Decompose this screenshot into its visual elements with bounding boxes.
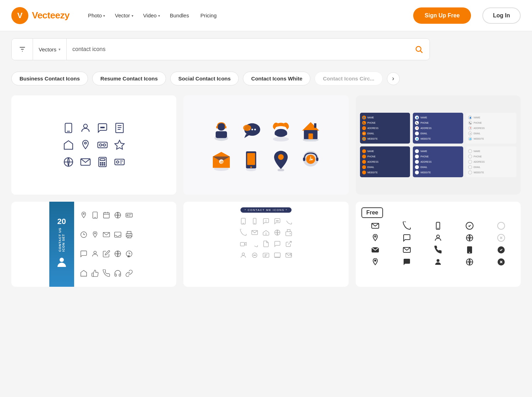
login-button[interactable]: Log In bbox=[482, 7, 521, 24]
card-free-icons[interactable]: Free bbox=[356, 202, 521, 287]
cm-icon-phone2 bbox=[240, 229, 247, 236]
chip-contact-circ[interactable]: Contact Icons Circ... bbox=[315, 72, 382, 85]
svg-point-72 bbox=[60, 258, 64, 262]
free-icon-mail4 bbox=[393, 246, 421, 254]
free-icon-placeholder bbox=[487, 222, 515, 230]
nav-bundles[interactable]: Bundles bbox=[166, 10, 193, 21]
free-icon-pin-filled bbox=[361, 258, 389, 266]
free-icon-check-circle bbox=[456, 222, 484, 230]
svg-rect-67 bbox=[316, 158, 318, 161]
svg-rect-90 bbox=[127, 235, 131, 238]
cm-icon-globe3 bbox=[274, 229, 281, 236]
free-icon-chat3 bbox=[393, 234, 421, 242]
outline-icon-person bbox=[91, 250, 99, 258]
card-business-contact-icons[interactable] bbox=[11, 95, 176, 195]
cm-icon-mobile bbox=[251, 218, 258, 225]
chip-business-contact[interactable]: Business Contact Icons bbox=[11, 72, 88, 85]
outline-icon-headset bbox=[114, 269, 122, 277]
chip-resume-contact[interactable]: Resume Contact Icons bbox=[92, 72, 166, 85]
free-icon-mail-open bbox=[361, 222, 389, 230]
svg-point-115 bbox=[254, 255, 254, 256]
logo[interactable]: V Vecteezy bbox=[11, 7, 70, 24]
filter-chips-area: Business Contact Icons Resume Contact Ic… bbox=[0, 67, 532, 93]
dark-mini-card-2: 👤 NAME 📞 PHONE 📍 ADDRESS ✉ bbox=[413, 113, 463, 144]
card-colorful-contact-icons[interactable]: @ bbox=[183, 95, 348, 195]
outline-icon-clock bbox=[80, 231, 88, 239]
search-type-label: Vectors bbox=[39, 46, 56, 52]
photo-dropdown-icon: ▾ bbox=[103, 14, 105, 18]
free-icon-tablet2 bbox=[456, 246, 484, 254]
outline-icon-thumbsup bbox=[91, 269, 99, 277]
dark-mini-card-5: NAME PHONE ADDRESS EMAIL bbox=[413, 146, 463, 177]
svg-point-131 bbox=[437, 235, 439, 238]
search-submit-button[interactable] bbox=[408, 38, 430, 60]
search-bar-area: Vectors ▾ bbox=[0, 31, 532, 67]
cm-icon-fax bbox=[285, 229, 292, 236]
search-input[interactable] bbox=[67, 46, 408, 52]
search-type-selector[interactable]: Vectors ▾ bbox=[33, 38, 67, 60]
svg-rect-52 bbox=[309, 134, 313, 139]
svg-point-110 bbox=[290, 234, 290, 234]
nav-video[interactable]: Video ▾ bbox=[139, 10, 164, 21]
svg-line-112 bbox=[288, 241, 291, 245]
dark-mini-card-6: NAME PHONE ADDRESS EMAIL bbox=[466, 146, 516, 177]
vector-dropdown-icon: ▾ bbox=[132, 14, 133, 18]
cm-icon-export bbox=[285, 240, 292, 247]
svg-point-73 bbox=[83, 213, 84, 215]
content-area: @ bbox=[0, 93, 532, 305]
cm-icon-phone-call bbox=[285, 218, 292, 225]
more-chips-button[interactable]: › bbox=[387, 72, 400, 85]
svg-point-62 bbox=[250, 166, 252, 168]
svg-point-102 bbox=[266, 222, 266, 222]
icon-chat bbox=[97, 122, 108, 134]
main-nav: Photo ▾ Vector ▾ Video ▾ Bundles Pricing bbox=[84, 10, 237, 21]
outline-icon-edit bbox=[102, 250, 110, 258]
free-icon-phone-ring bbox=[393, 222, 421, 230]
card-contact-me-icons[interactable]: * CONTACT ME ICONS * bbox=[183, 202, 348, 287]
svg-point-43 bbox=[254, 129, 256, 130]
outline-icon-card bbox=[125, 211, 133, 219]
dark-mini-card-3: 👤 NAME 📞 PHONE 📍 ADDRESS ✉ bbox=[466, 113, 516, 144]
nav-photo[interactable]: Photo ▾ bbox=[84, 10, 109, 21]
outline-icon-mail bbox=[102, 231, 110, 239]
svg-text:24: 24 bbox=[128, 256, 130, 257]
signup-button[interactable]: Sign Up Free bbox=[413, 7, 471, 24]
svg-point-29 bbox=[102, 164, 103, 166]
cm-icon-chat-bubble bbox=[274, 218, 281, 225]
icon-count: 20 bbox=[57, 217, 66, 226]
sidebar-person-icon bbox=[55, 256, 68, 272]
card-20-contact-icons[interactable]: 20 CONTACT USICON SET bbox=[11, 202, 176, 287]
svg-rect-122 bbox=[275, 253, 281, 257]
card-contact-icons-white[interactable]: 👤 NAME 📞 PHONE 📍 ADDRESS ✉ bbox=[356, 95, 521, 195]
outline-icon-pin bbox=[80, 211, 88, 219]
svg-point-82 bbox=[127, 214, 128, 216]
svg-rect-47 bbox=[275, 132, 287, 135]
filter-button[interactable] bbox=[12, 38, 33, 60]
cm-icon-tablet bbox=[240, 218, 247, 225]
outline-icon-location-pin bbox=[91, 231, 99, 239]
svg-rect-89 bbox=[127, 231, 131, 234]
svg-point-3 bbox=[416, 46, 421, 51]
svg-point-42 bbox=[251, 129, 253, 130]
chip-social-contact[interactable]: Social Contact Icons bbox=[170, 72, 239, 85]
icon-user bbox=[80, 122, 91, 134]
icon-phone bbox=[63, 122, 74, 134]
svg-point-104 bbox=[277, 220, 278, 221]
svg-marker-20 bbox=[115, 140, 124, 149]
svg-point-10 bbox=[103, 127, 104, 128]
svg-rect-118 bbox=[263, 253, 269, 257]
svg-point-18 bbox=[103, 144, 106, 146]
icon-mail bbox=[80, 156, 91, 168]
free-icon-person3 bbox=[424, 234, 452, 242]
svg-point-30 bbox=[104, 164, 105, 166]
dark-mini-card-1: 👤 NAME 📞 PHONE 📍 ADDRESS ✉ bbox=[360, 113, 410, 144]
dark-mini-card-4: NAME PHONE ADDRESS EMAIL bbox=[360, 146, 410, 177]
svg-point-45 bbox=[273, 137, 289, 141]
free-icon-x-filled bbox=[487, 258, 515, 266]
nav-vector[interactable]: Vector ▾ bbox=[111, 10, 138, 21]
logo-icon: V bbox=[11, 7, 28, 24]
nav-pricing[interactable]: Pricing bbox=[195, 10, 222, 21]
cm-icon-speech bbox=[251, 252, 258, 259]
chip-contact-white[interactable]: Contact Icons White bbox=[243, 72, 310, 85]
svg-point-130 bbox=[375, 236, 376, 237]
